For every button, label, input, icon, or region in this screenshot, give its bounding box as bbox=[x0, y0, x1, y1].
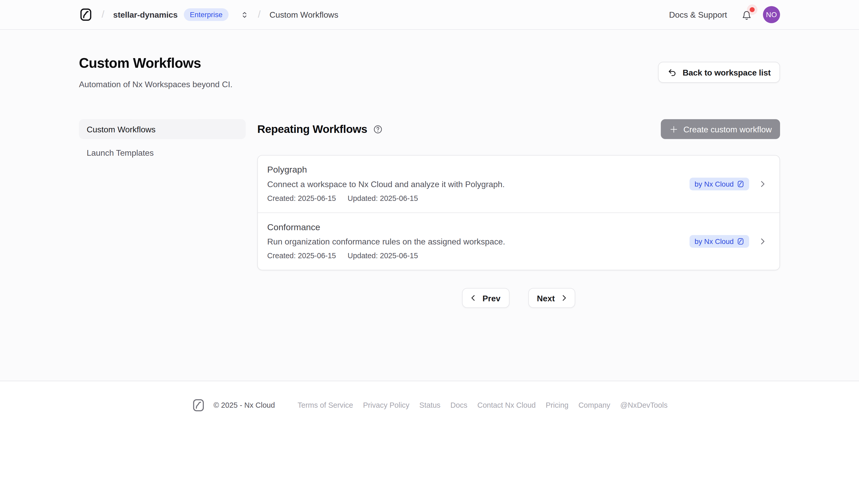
page-subtitle: Automation of Nx Workspaces beyond CI. bbox=[79, 79, 232, 89]
undo-arrow-icon bbox=[668, 67, 677, 77]
workflow-name: Polygraph bbox=[267, 165, 690, 175]
prev-button[interactable]: Prev bbox=[462, 288, 509, 308]
breadcrumb: / stellar-dynamics Enterprise / Custom W… bbox=[79, 8, 338, 21]
docs-support-link[interactable]: Docs & Support bbox=[669, 10, 727, 19]
copyright: © 2025 - Nx Cloud bbox=[213, 401, 275, 410]
by-nx-cloud-badge[interactable]: by Nx Cloud bbox=[690, 235, 749, 248]
badge-label: by Nx Cloud bbox=[695, 237, 734, 245]
section-title: Repeating Workflows bbox=[257, 123, 367, 136]
chevron-up-down-icon[interactable] bbox=[240, 10, 249, 19]
breadcrumb-workspace[interactable]: stellar-dynamics bbox=[113, 10, 178, 19]
sidebar-item-custom-workflows[interactable]: Custom Workflows bbox=[79, 119, 246, 139]
notifications-button[interactable] bbox=[741, 9, 752, 20]
footer-links: Terms of Service Privacy Policy Status D… bbox=[298, 401, 668, 410]
workflow-created: Created: 2025-06-15 bbox=[267, 251, 336, 260]
chevron-right-icon[interactable] bbox=[758, 236, 767, 246]
badge-label: by Nx Cloud bbox=[695, 180, 734, 188]
chevron-left-icon bbox=[469, 293, 478, 302]
navbar-actions: Docs & Support NO bbox=[669, 6, 780, 23]
workflow-updated: Updated: 2025-06-15 bbox=[347, 251, 418, 260]
create-button-label: Create custom workflow bbox=[683, 124, 772, 134]
footer-link-pricing[interactable]: Pricing bbox=[546, 401, 569, 410]
breadcrumb-page[interactable]: Custom Workflows bbox=[270, 10, 338, 19]
footer-link-company[interactable]: Company bbox=[578, 401, 610, 410]
page-title: Custom Workflows bbox=[79, 55, 232, 71]
prev-label: Prev bbox=[482, 293, 500, 303]
breadcrumb-separator: / bbox=[258, 9, 261, 20]
breadcrumb-separator: / bbox=[102, 9, 104, 20]
footer-link-contact[interactable]: Contact Nx Cloud bbox=[477, 401, 536, 410]
notification-dot bbox=[750, 7, 755, 12]
workflow-description: Connect a workspace to Nx Cloud and anal… bbox=[267, 179, 690, 189]
page: / stellar-dynamics Enterprise / Custom W… bbox=[0, 0, 859, 504]
help-circle-icon[interactable] bbox=[373, 124, 383, 134]
chevron-right-icon[interactable] bbox=[758, 179, 767, 188]
page-header: Custom Workflows Automation of Nx Worksp… bbox=[79, 30, 780, 89]
chevron-right-icon bbox=[560, 293, 569, 302]
footer-link-status[interactable]: Status bbox=[419, 401, 440, 410]
sidebar-item-launch-templates[interactable]: Launch Templates bbox=[79, 142, 246, 162]
top-navbar: / stellar-dynamics Enterprise / Custom W… bbox=[0, 0, 859, 30]
nx-logo-icon[interactable] bbox=[79, 8, 93, 21]
footer-link-privacy[interactable]: Privacy Policy bbox=[363, 401, 409, 410]
footer-link-docs[interactable]: Docs bbox=[450, 401, 467, 410]
create-custom-workflow-button[interactable]: Create custom workflow bbox=[661, 119, 780, 139]
workflow-name: Conformance bbox=[267, 223, 690, 232]
pagination: Prev Next bbox=[257, 288, 780, 308]
avatar[interactable]: NO bbox=[763, 6, 780, 23]
back-to-workspace-list-button[interactable]: Back to workspace list bbox=[658, 62, 780, 83]
footer-link-nxdevtools[interactable]: @NxDevTools bbox=[620, 401, 667, 410]
enterprise-badge: Enterprise bbox=[184, 8, 229, 21]
plus-icon bbox=[669, 124, 679, 134]
workflow-updated: Updated: 2025-06-15 bbox=[347, 194, 418, 202]
settings-sidebar: Custom Workflows Launch Templates bbox=[79, 119, 246, 308]
nx-logo-icon bbox=[737, 238, 744, 245]
nx-logo-icon bbox=[191, 398, 205, 412]
workflow-row-polygraph[interactable]: Polygraph Connect a workspace to Nx Clou… bbox=[258, 156, 780, 213]
next-button[interactable]: Next bbox=[528, 288, 575, 308]
workflow-row-conformance[interactable]: Conformance Run organization conformance… bbox=[258, 212, 780, 270]
footer: © 2025 - Nx Cloud Terms of Service Priva… bbox=[0, 381, 859, 504]
workflow-created: Created: 2025-06-15 bbox=[267, 194, 336, 202]
repeating-workflows-section: Repeating Workflows bbox=[257, 119, 780, 308]
back-button-label: Back to workspace list bbox=[683, 67, 771, 77]
nx-logo-icon bbox=[737, 180, 744, 187]
by-nx-cloud-badge[interactable]: by Nx Cloud bbox=[690, 177, 749, 190]
footer-link-terms[interactable]: Terms of Service bbox=[298, 401, 353, 410]
workflow-list: Polygraph Connect a workspace to Nx Clou… bbox=[257, 155, 780, 270]
main-area: Custom Workflows Automation of Nx Worksp… bbox=[0, 30, 859, 381]
workflow-description: Run organization conformance rules on th… bbox=[267, 237, 690, 246]
next-label: Next bbox=[537, 293, 555, 303]
